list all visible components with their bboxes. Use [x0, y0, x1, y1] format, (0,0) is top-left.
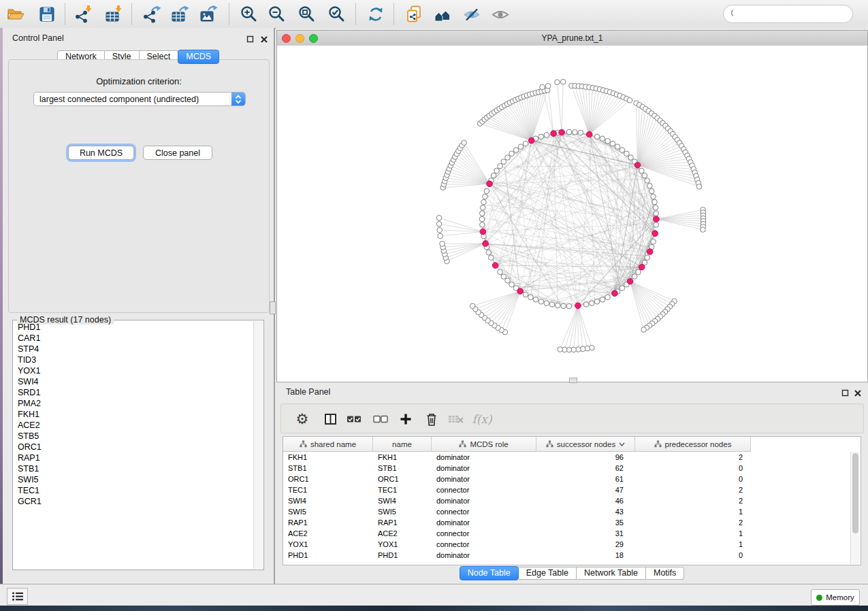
close-table-panel-button[interactable]: [854, 388, 862, 396]
gear-icon: ⚙: [296, 412, 309, 427]
table-row[interactable]: YOX1YOX1connector291: [283, 539, 751, 550]
close-panel-button[interactable]: [260, 34, 268, 42]
zoom-in-icon: [240, 5, 259, 24]
table-scrollbar-thumb[interactable]: [852, 453, 858, 533]
mcds-result-item[interactable]: SRD1: [13, 387, 254, 398]
import-table-button[interactable]: [103, 4, 124, 24]
horizontal-splitter-handle[interactable]: [569, 378, 577, 383]
table-row[interactable]: STB1STB1dominator620: [283, 463, 751, 474]
maximize-window-button[interactable]: [309, 34, 318, 43]
function-builder-button: f(x): [473, 410, 491, 428]
float-panel-button[interactable]: [246, 34, 255, 42]
close-panel-button-mcds[interactable]: Close panel: [143, 146, 212, 160]
network-window-title: YPA_prune.txt_1: [542, 33, 603, 43]
show-columns-button[interactable]: [322, 410, 340, 428]
mcds-result-item[interactable]: SWI5: [13, 474, 254, 485]
table-row[interactable]: SWI5SWI5connector431: [283, 506, 751, 517]
column-header-MCDS-role[interactable]: MCDS role: [432, 437, 536, 451]
criterion-value: largest connected component (undirected): [34, 95, 199, 104]
table-row[interactable]: PHD1PHD1dominator180: [283, 550, 751, 561]
search-input[interactable]: [737, 9, 846, 20]
mcds-result-item[interactable]: STB1: [13, 463, 254, 474]
save-session-button[interactable]: [37, 4, 57, 24]
mcds-result-item[interactable]: GCR1: [13, 496, 254, 507]
mcds-result-item[interactable]: ORC1: [13, 442, 254, 452]
vertical-splitter-handle[interactable]: [270, 301, 276, 314]
table-row[interactable]: ORC1ORC1dominator610: [283, 474, 751, 484]
unchecked-boxes-icon: [373, 412, 388, 426]
table-mode-button[interactable]: ⚙: [293, 410, 311, 428]
mcds-result-item[interactable]: ACE2: [13, 420, 254, 431]
memory-button[interactable]: Memory: [811, 589, 860, 606]
shared-column-icon: [300, 440, 307, 448]
tab-mcds[interactable]: MCDS: [178, 50, 219, 64]
mcds-result-item[interactable]: FKH1: [13, 409, 254, 420]
apply-layout-button[interactable]: [366, 4, 386, 24]
zoom-fit-icon: [298, 5, 317, 24]
import-network-button[interactable]: [74, 4, 94, 24]
table-row[interactable]: TEC1TEC1connector472: [283, 484, 751, 495]
zoom-fit-button[interactable]: [297, 4, 317, 24]
memory-label: Memory: [826, 593, 854, 601]
create-column-button[interactable]: [397, 410, 415, 428]
criterion-dropdown[interactable]: largest connected component (undirected): [33, 92, 246, 106]
zoom-in-button[interactable]: [239, 4, 259, 24]
table-row[interactable]: RAP1RAP1dominator352: [283, 517, 751, 528]
columns-icon: [324, 412, 338, 426]
shared-column-icon: [546, 440, 553, 448]
mcds-result-item[interactable]: STB5: [13, 431, 254, 442]
mcds-list-scrollbar[interactable]: [253, 321, 263, 569]
mcds-result-item[interactable]: CAR1: [13, 333, 254, 344]
zoom-selected-icon: [327, 5, 347, 24]
toolbar-separator: [393, 3, 394, 24]
first-neighbors-button[interactable]: [433, 4, 453, 24]
table-row[interactable]: ACE2ACE2connector311: [283, 528, 751, 539]
open-file-button[interactable]: [5, 4, 26, 24]
delete-table-button: [447, 410, 465, 428]
mcds-result-item[interactable]: SWI4: [13, 376, 254, 387]
mcds-result-item[interactable]: TEC1: [13, 485, 254, 496]
export-image-button[interactable]: [198, 4, 219, 24]
mcds-result-item[interactable]: PMA2: [13, 398, 254, 409]
show-panels-menu-button[interactable]: [7, 588, 28, 605]
table-row[interactable]: SWI4SWI4dominator462: [283, 495, 751, 506]
network-canvas[interactable]: [277, 46, 867, 382]
mcds-result-item[interactable]: TID3: [13, 354, 254, 365]
table-row[interactable]: FKH1FKH1dominator962: [283, 452, 751, 463]
mcds-result-item[interactable]: PHD1: [13, 322, 254, 333]
mcds-result-list: PHD1CAR1STP4TID3YOX1SWI4SRD1PMA2FKH1ACE2…: [13, 322, 254, 569]
export-table-button[interactable]: [170, 4, 190, 24]
zoom-out-icon: [268, 5, 287, 24]
tab-motifs[interactable]: Motifs: [646, 567, 684, 580]
column-header-name[interactable]: name: [373, 437, 432, 451]
tab-node-table[interactable]: Node Table: [460, 566, 519, 580]
mcds-result-item[interactable]: RAP1: [13, 452, 254, 463]
sort-desc-icon: [619, 442, 625, 446]
toolbar-separator: [65, 3, 65, 24]
column-header-predecessor-nodes[interactable]: predecessor nodes: [635, 437, 751, 451]
show-all-button[interactable]: [490, 4, 511, 24]
run-mcds-button[interactable]: Run MCDS: [68, 146, 134, 160]
tab-edge-table[interactable]: Edge Table: [519, 567, 577, 580]
mcds-result-item[interactable]: YOX1: [13, 365, 254, 376]
delete-column-button[interactable]: [423, 410, 440, 428]
toolbar-separator: [355, 3, 356, 24]
minimize-window-button[interactable]: [295, 34, 304, 43]
export-network-button[interactable]: [142, 4, 162, 24]
column-header-successor-nodes[interactable]: successor nodes: [536, 437, 635, 451]
tab-network-table[interactable]: Network Table: [577, 567, 646, 580]
float-table-panel-button[interactable]: [841, 388, 850, 396]
hide-selected-button[interactable]: [462, 4, 482, 24]
zoom-selected-button[interactable]: [327, 4, 347, 24]
deselect-all-button[interactable]: [372, 410, 389, 428]
mcds-result-item[interactable]: STP4: [13, 344, 254, 354]
plus-icon: [399, 412, 413, 426]
zoom-out-button[interactable]: [267, 4, 287, 24]
export-table-icon: [170, 5, 189, 24]
select-all-button[interactable]: [345, 410, 363, 428]
network-graph-svg[interactable]: [277, 46, 867, 382]
clone-network-button[interactable]: [404, 4, 424, 24]
table-scrollbar[interactable]: [850, 452, 860, 564]
close-window-button[interactable]: [282, 34, 291, 43]
column-header-shared-name[interactable]: shared name: [283, 437, 373, 451]
